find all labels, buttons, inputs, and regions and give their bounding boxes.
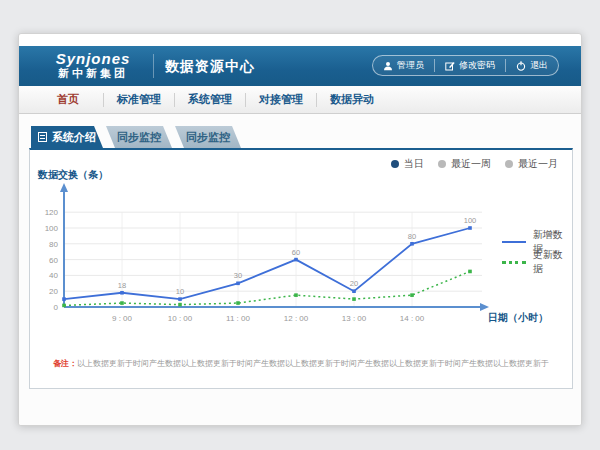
legend-label: 更新数据 xyxy=(533,248,572,276)
tab-bar: 系统介绍 同步监控 同步监控 xyxy=(31,126,241,148)
svg-text:80: 80 xyxy=(408,232,416,241)
page-title: 数据资源中心 xyxy=(165,58,255,76)
svg-text:11 : 00: 11 : 00 xyxy=(226,314,250,323)
svg-text:60: 60 xyxy=(49,256,58,265)
change-password-label: 修改密码 xyxy=(459,59,495,72)
svg-text:60: 60 xyxy=(292,248,300,257)
tab-sync-monitor-2[interactable]: 同步监控 xyxy=(175,126,241,148)
legend-item-updated-data[interactable]: 更新数据 xyxy=(502,252,572,272)
logo-text-en: Synjones xyxy=(41,50,145,67)
svg-text:14 : 00: 14 : 00 xyxy=(400,314,425,323)
user-actions: 管理员 修改密码 退出 xyxy=(372,55,559,76)
app-header: Synjones 新中新集团 数据资源中心 管理员 修改密码 xyxy=(19,46,581,86)
svg-text:100: 100 xyxy=(45,224,59,233)
power-icon xyxy=(516,61,526,71)
user-button[interactable]: 管理员 xyxy=(373,56,434,75)
chart-panel: 当日 最近一周 最近一月 0204060801001209 : 0010 : 0… xyxy=(29,148,573,389)
svg-text:20: 20 xyxy=(350,279,358,288)
footnote: 备注：以上数据更新于时间产生数据以上数据更新于时间产生数据以上数据更新于时间产生… xyxy=(30,358,572,369)
chart-legend: 新增数据 更新数据 xyxy=(502,232,572,272)
nav-item-standard-mgmt[interactable]: 标准管理 xyxy=(104,92,174,107)
svg-text:120: 120 xyxy=(45,208,59,217)
nav-item-data-change[interactable]: 数据异动 xyxy=(317,92,387,107)
blue-line-swatch-icon xyxy=(502,241,526,243)
tab-system-intro[interactable]: 系统介绍 xyxy=(31,126,103,148)
tab-label: 同步监控 xyxy=(117,130,161,145)
svg-text:数据交换（条）: 数据交换（条） xyxy=(37,169,108,180)
svg-text:12 : 00: 12 : 00 xyxy=(284,314,309,323)
nav-item-system-mgmt[interactable]: 系统管理 xyxy=(175,92,245,107)
svg-text:9 : 00: 9 : 00 xyxy=(112,314,133,323)
svg-text:40: 40 xyxy=(49,271,58,280)
line-chart: 0204060801001209 : 0010 : 0011 : 0012 : … xyxy=(30,150,574,350)
header-divider xyxy=(153,54,154,78)
footnote-text: 以上数据更新于时间产生数据以上数据更新于时间产生数据以上数据更新于时间产生数据以… xyxy=(77,359,549,368)
nav-item-home[interactable]: 首页 xyxy=(33,92,103,107)
svg-text:10 : 00: 10 : 00 xyxy=(168,314,193,323)
green-dotted-swatch-icon xyxy=(502,261,526,264)
main-nav: 首页 标准管理 系统管理 对接管理 数据异动 xyxy=(19,86,581,114)
nav-item-interface-mgmt[interactable]: 对接管理 xyxy=(246,92,316,107)
tab-label: 系统介绍 xyxy=(52,130,96,145)
user-label: 管理员 xyxy=(397,59,424,72)
app-window: Synjones 新中新集团 数据资源中心 管理员 修改密码 xyxy=(18,33,582,426)
footnote-prefix: 备注： xyxy=(53,359,77,368)
svg-text:100: 100 xyxy=(464,216,477,225)
svg-text:日期（小时）: 日期（小时） xyxy=(488,312,548,323)
company-logo: Synjones 新中新集团 xyxy=(41,50,145,80)
tab-label: 同步监控 xyxy=(186,130,230,145)
svg-text:20: 20 xyxy=(49,287,58,296)
svg-text:80: 80 xyxy=(49,240,58,249)
document-icon xyxy=(38,132,47,142)
svg-text:18: 18 xyxy=(118,281,126,290)
logout-button[interactable]: 退出 xyxy=(506,56,558,75)
svg-text:10: 10 xyxy=(176,287,184,296)
svg-text:13 : 00: 13 : 00 xyxy=(342,314,367,323)
logo-text-cn: 新中新集团 xyxy=(41,67,145,80)
logout-label: 退出 xyxy=(530,59,548,72)
change-password-button[interactable]: 修改密码 xyxy=(435,56,505,75)
content-area: 系统介绍 同步监控 同步监控 当日 最近一周 xyxy=(19,114,581,426)
user-icon xyxy=(383,61,393,71)
edit-icon xyxy=(445,61,455,71)
svg-text:0: 0 xyxy=(54,303,59,312)
svg-text:30: 30 xyxy=(234,271,242,280)
tab-sync-monitor-1[interactable]: 同步监控 xyxy=(106,126,172,148)
